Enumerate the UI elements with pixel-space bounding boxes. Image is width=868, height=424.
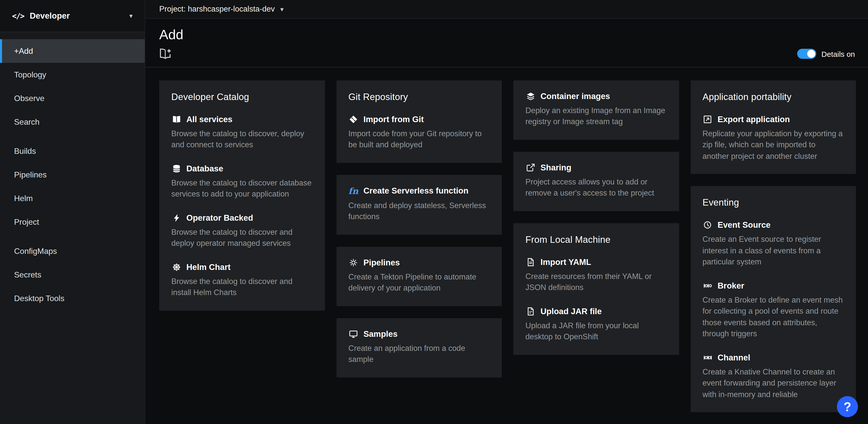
help-button[interactable]: ? [837, 396, 858, 417]
item-description: Upload a JAR file from your local deskto… [525, 320, 667, 343]
broker-icon [703, 282, 713, 290]
item-description: Create an Event source to register inter… [703, 234, 844, 268]
quickstarts-icon[interactable] [159, 48, 171, 60]
page-header: Add Details on [145, 19, 868, 67]
sidebar-item-search[interactable]: Search [0, 110, 145, 134]
database-icon [171, 164, 181, 173]
item-label: Import from Git [364, 115, 424, 124]
item-label: All services [186, 115, 232, 124]
item-helm-chart[interactable]: Helm ChartBrowse the catalog to discover… [171, 262, 313, 299]
export-icon [703, 115, 713, 124]
sidebar-item-project[interactable]: Project [0, 210, 145, 234]
item-description: Replicate your application by exporting … [703, 128, 844, 162]
topbar: Project: harshcasper-localsta-dev ▾ [145, 0, 868, 19]
item-pipelines[interactable]: PipelinesCreate a Tekton Pipeline to aut… [348, 258, 490, 294]
main-area: Project: harshcasper-localsta-dev ▾ Add … [145, 0, 868, 424]
sidebar-nav: +AddTopologyObserveSearchBuildsPipelines… [0, 32, 145, 310]
cards-column-2: Git RepositoryImport from GitImport code… [336, 80, 502, 377]
details-toggle-group: Details on [798, 49, 855, 59]
item-description: Browse the catalog to discover database … [171, 177, 313, 200]
sidebar-item-helm[interactable]: Helm [0, 187, 145, 210]
item-description: Create a Broker to define an event mesh … [703, 294, 844, 340]
card-title: Git Repository [348, 91, 490, 103]
share-icon [525, 163, 535, 172]
card-developer-catalog: Developer CatalogAll servicesBrowse the … [159, 80, 325, 311]
card-eventing: EventingEvent SourceCreate an Event sour… [690, 186, 856, 412]
item-description: Project access allows you to add or remo… [525, 176, 667, 199]
sidebar-item-desktop-tools[interactable]: Desktop Tools [0, 286, 145, 310]
samples-icon [348, 330, 359, 338]
file-icon [525, 258, 535, 266]
details-toggle-label: Details on [822, 50, 855, 58]
perspective-label: Developer [30, 11, 129, 21]
item-label: Event Source [718, 220, 771, 230]
project-label: Project: harshcasper-localsta-dev [159, 4, 275, 13]
item-import-yaml[interactable]: Import YAMLCreate resources from their Y… [525, 257, 667, 293]
catalog-icon [171, 115, 181, 124]
card-from-local-machine: From Local MachineImport YAMLCreate reso… [514, 223, 679, 355]
perspective-switcher[interactable]: </> Developer ▾ [0, 0, 145, 32]
container-images-icon [525, 92, 535, 101]
card-title: Application portability [703, 91, 844, 103]
cards-column-3: Container imagesDeploy an existing Image… [514, 80, 679, 355]
item-label: Container images [540, 91, 610, 101]
sidebar-item-add[interactable]: +Add [0, 39, 145, 63]
file-upload-icon [525, 307, 535, 316]
card-sharing: SharingProject access allows you to add … [514, 152, 679, 211]
item-event-source[interactable]: Event SourceCreate an Event source to re… [703, 220, 844, 268]
item-export-application[interactable]: Export applicationReplicate your applica… [703, 115, 844, 162]
item-description: Browse the catalog to discover and deplo… [171, 227, 313, 249]
item-all-services[interactable]: All servicesBrowse the catalog to discov… [171, 115, 313, 151]
item-description: Browse the catalog to discover and insta… [171, 276, 313, 299]
card-application-portability: Application portabilityExport applicatio… [690, 80, 856, 174]
item-label: Sharing [540, 163, 571, 172]
cards-grid: Developer CatalogAll servicesBrowse the … [159, 80, 856, 412]
sidebar-item-topology[interactable]: Topology [0, 63, 145, 86]
item-label: Create Serverless function [364, 186, 468, 196]
code-icon: </> [12, 11, 24, 20]
card-pipelines: PipelinesCreate a Tekton Pipeline to aut… [336, 247, 502, 306]
toggle-knob [807, 50, 815, 58]
sidebar-item-observe[interactable]: Observe [0, 86, 145, 110]
item-label: Broker [718, 281, 744, 290]
item-import-from-git[interactable]: Import from GitImport code from your Git… [348, 115, 490, 151]
item-description: Create and deploy stateless, Serverless … [348, 200, 490, 223]
card-title: Developer Catalog [171, 91, 313, 103]
page-title: Add [159, 27, 855, 43]
item-label: Upload JAR file [540, 307, 602, 316]
sidebar-item-builds[interactable]: Builds [0, 139, 145, 163]
cards-column-1: Developer CatalogAll servicesBrowse the … [159, 80, 325, 311]
item-label: Export application [718, 115, 790, 124]
caret-down-icon: ▾ [280, 6, 284, 12]
item-broker[interactable]: BrokerCreate a Broker to define an event… [703, 281, 844, 340]
card-container-images: Container imagesDeploy an existing Image… [514, 80, 679, 140]
sidebar-item-secrets[interactable]: Secrets [0, 263, 145, 286]
item-operator-backed[interactable]: Operator BackedBrowse the catalog to dis… [171, 213, 313, 249]
item-create-serverless-function[interactable]: fnCreate Serverless functionCreate and d… [348, 186, 490, 223]
item-description: Create a Tekton Pipeline to automate del… [348, 272, 490, 294]
sidebar: </> Developer ▾ +AddTopologyObserveSearc… [0, 0, 145, 424]
item-upload-jar-file[interactable]: Upload JAR fileUpload a JAR file from yo… [525, 307, 667, 343]
item-samples[interactable]: SamplesCreate an application from a code… [348, 329, 490, 365]
details-toggle[interactable] [798, 49, 816, 59]
sidebar-item-pipelines[interactable]: Pipelines [0, 163, 145, 187]
item-sharing[interactable]: SharingProject access allows you to add … [525, 163, 667, 199]
item-label: Import YAML [540, 257, 591, 267]
help-button-label: ? [844, 399, 851, 414]
item-description: Import code from your Git repository to … [348, 128, 490, 151]
cards-column-4: Application portabilityExport applicatio… [690, 80, 856, 412]
item-database[interactable]: DatabaseBrowse the catalog to discover d… [171, 164, 313, 200]
channel-icon [703, 353, 713, 362]
item-description: Create an application from a code sample [348, 343, 490, 365]
project-selector[interactable]: Project: harshcasper-localsta-dev ▾ [159, 4, 284, 13]
item-description: Browse the catalog to discover, deploy a… [171, 128, 313, 151]
item-description: Create a Knative Channel to create an ev… [703, 366, 844, 400]
sidebar-item-configmaps[interactable]: ConfigMaps [0, 239, 145, 263]
item-label: Operator Backed [186, 213, 253, 223]
pipelines-icon [348, 258, 359, 267]
item-description: Deploy an existing Image from an Image r… [525, 105, 667, 128]
item-container-images[interactable]: Container imagesDeploy an existing Image… [525, 91, 667, 128]
item-description: Create resources from their YAML or JSON… [525, 271, 667, 293]
item-channel[interactable]: ChannelCreate a Knative Channel to creat… [703, 352, 844, 400]
card-create-serverless-function: fnCreate Serverless functionCreate and d… [336, 175, 502, 235]
